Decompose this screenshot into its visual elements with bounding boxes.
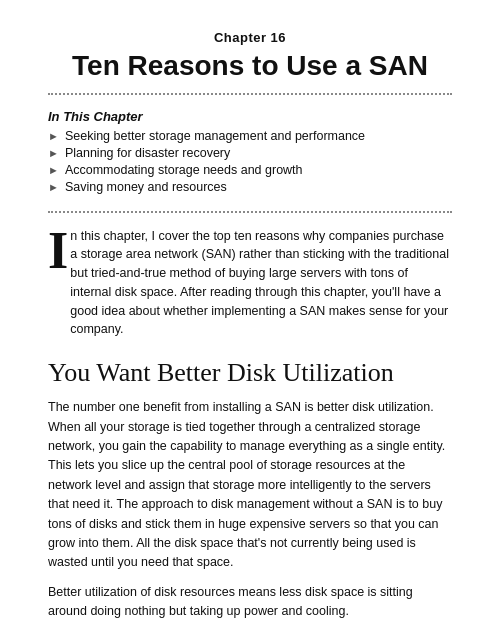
chapter-title: Ten Reasons to Use a SAN [48,49,452,83]
list-item: ► Seeking better storage management and … [48,129,452,143]
section1-paragraph-1: The number one benefit from installing a… [48,398,452,572]
chapter-label: Chapter 16 [48,30,452,45]
section1-heading: You Want Better Disk Utilization [48,357,452,388]
in-this-chapter-box: In This Chapter ► Seeking better storage… [48,103,452,203]
bullet-arrow-icon: ► [48,147,59,159]
in-this-chapter-heading: In This Chapter [48,109,452,124]
bullet-arrow-icon: ► [48,181,59,193]
list-item: ► Accommodating storage needs and growth [48,163,452,177]
drop-cap: I [48,229,68,273]
bullet-text: Seeking better storage management and pe… [65,129,365,143]
bullet-arrow-icon: ► [48,130,59,142]
top-divider [48,93,452,95]
intro-paragraph: In this chapter, I cover the top ten rea… [48,227,452,340]
intro-text: n this chapter, I cover the top ten reas… [70,227,452,340]
list-item: ► Planning for disaster recovery [48,146,452,160]
section1-paragraph-2: Better utilization of disk resources mea… [48,583,452,622]
bullet-text: Accommodating storage needs and growth [65,163,303,177]
page: Chapter 16 Ten Reasons to Use a SAN In T… [0,0,500,627]
bullet-text: Planning for disaster recovery [65,146,230,160]
bottom-divider [48,211,452,213]
list-item: ► Saving money and resources [48,180,452,194]
bullet-text: Saving money and resources [65,180,227,194]
bullet-arrow-icon: ► [48,164,59,176]
